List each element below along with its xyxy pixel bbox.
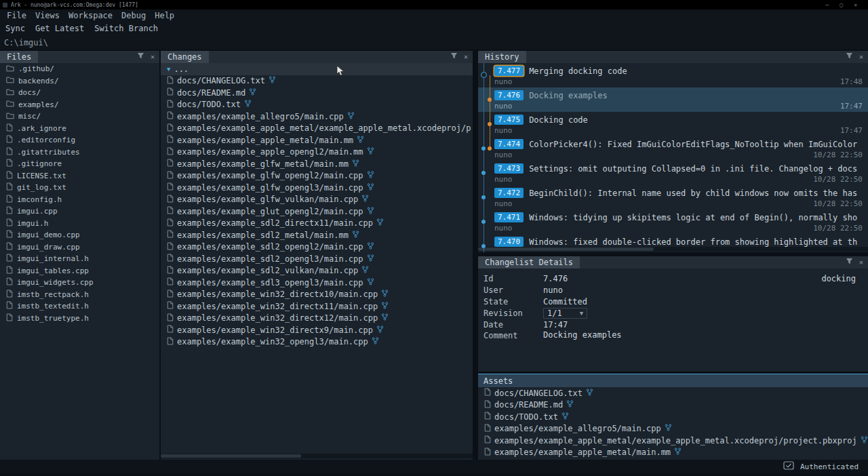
- changed-file-row[interactable]: examples/example_win32_opengl3/main.cpp: [161, 336, 473, 349]
- asset-row[interactable]: docs/README.md: [478, 399, 868, 412]
- detail-row-revision: Revision 1/1 ▼: [478, 307, 868, 319]
- toolbar-button[interactable]: Get Latest: [35, 24, 84, 33]
- tree-folder-row[interactable]: misc/: [0, 111, 159, 123]
- changed-file-row[interactable]: examples/example_sdl2_vulkan/main.cpp: [161, 265, 473, 277]
- changed-file-row[interactable]: examples/example_win32_directx12/main.cp…: [161, 313, 473, 325]
- menu-item[interactable]: Help: [155, 11, 174, 20]
- changed-file-row[interactable]: examples/example_apple_metal/main.mm: [161, 134, 473, 146]
- changed-file-row[interactable]: examples/example_allegro5/main.cpp: [161, 111, 473, 123]
- changed-file-row[interactable]: docs/CHANGELOG.txt: [161, 75, 473, 87]
- tree-file-row[interactable]: imconfig.h: [0, 194, 159, 206]
- changed-file-row[interactable]: examples/example_sdl2_opengl3/main.cpp: [161, 253, 473, 265]
- maximize-button[interactable]: ▢: [840, 2, 843, 8]
- changes-panel-title[interactable]: Changes: [161, 51, 209, 63]
- changed-file-row[interactable]: examples/example_glfw_vulkan/main.cpp: [161, 194, 473, 206]
- status-bar: Authenticated: [0, 460, 868, 473]
- file-icon: [167, 313, 174, 323]
- close-icon[interactable]: ✕: [464, 54, 468, 60]
- changed-file-row[interactable]: examples/example_sdl3_opengl3/main.cpp: [161, 277, 473, 289]
- tree-folder-row[interactable]: docs/: [0, 87, 159, 99]
- tree-file-row[interactable]: imgui_tables.cpp: [0, 265, 159, 277]
- history-commit-row[interactable]: 7.477 Merging docking code nuno 17:48: [478, 63, 868, 87]
- menu-item[interactable]: Views: [35, 11, 60, 20]
- toolbar-button[interactable]: Sync: [5, 24, 25, 33]
- details-panel-title[interactable]: Changelist Details: [478, 256, 580, 269]
- changed-file-row[interactable]: examples/example_glfw_metal/main.mm: [161, 158, 473, 170]
- changes-root-row[interactable]: ▼ ...: [161, 63, 473, 75]
- toolbar-button[interactable]: Switch Branch: [94, 24, 158, 33]
- menu-item[interactable]: Debug: [121, 11, 146, 20]
- close-button[interactable]: ✕: [854, 2, 857, 8]
- history-commit-row[interactable]: 7.471 Windows: tidying up skipitems logi…: [478, 210, 868, 234]
- scrollbar-thumb[interactable]: [478, 247, 654, 251]
- horizontal-scrollbar[interactable]: [161, 454, 473, 458]
- changed-file-row[interactable]: examples/example_sdl2_opengl2/main.cpp: [161, 241, 473, 254]
- close-icon[interactable]: ✕: [859, 259, 863, 266]
- horizontal-scrollbar[interactable]: [478, 247, 868, 252]
- minimize-button[interactable]: –: [826, 2, 829, 8]
- tree-folder-row[interactable]: backends/: [0, 75, 159, 87]
- branch-icon: [561, 412, 569, 422]
- asset-row[interactable]: examples/example_apple_metal/main.mm: [478, 447, 868, 459]
- commit-author: nuno: [494, 126, 513, 135]
- asset-row[interactable]: examples/example_allegro5/main.cpp: [478, 423, 868, 435]
- tree-folder-row[interactable]: examples/: [0, 99, 159, 111]
- tree-folder-row[interactable]: .github/: [0, 63, 159, 75]
- file-icon: [167, 254, 174, 264]
- expander-icon[interactable]: ▼: [167, 66, 170, 73]
- tree-file-row[interactable]: .ark_ignore: [0, 123, 159, 135]
- history-commit-row[interactable]: 7.474 ColorPicker4(): Fixed ImGuiColorEd…: [478, 136, 868, 161]
- asset-row[interactable]: docs/CHANGELOG.txt: [478, 387, 868, 399]
- changed-file-row[interactable]: docs/TODO.txt: [161, 99, 473, 111]
- close-icon[interactable]: ✕: [859, 54, 863, 60]
- branch-icon: [665, 424, 672, 433]
- date-value: 17:47: [543, 320, 568, 330]
- tree-file-row[interactable]: imstb_textedit.h: [0, 300, 159, 313]
- menu-item[interactable]: File: [7, 11, 26, 20]
- tree-file-row[interactable]: LICENSE.txt: [0, 170, 159, 182]
- asset-row[interactable]: examples/example_apple_metal/example_app…: [478, 435, 868, 447]
- history-commit-row[interactable]: 7.473 Settings: omit outputing Collapsed…: [478, 161, 868, 185]
- scrollbar-thumb[interactable]: [161, 454, 301, 458]
- changed-file-row[interactable]: examples/example_glut_opengl2/main.cpp: [161, 205, 473, 218]
- tree-file-row[interactable]: imstb_rectpack.h: [0, 289, 159, 301]
- tree-file-row[interactable]: git_log.txt: [0, 182, 159, 194]
- tree-file-row[interactable]: imgui_draw.cpp: [0, 241, 159, 254]
- menu-item[interactable]: Workspace: [68, 11, 113, 20]
- tree-file-row[interactable]: imstb_truetype.h: [0, 313, 159, 325]
- file-name: .gitattributes: [17, 148, 80, 157]
- close-icon[interactable]: ✕: [151, 54, 155, 60]
- changed-file-row[interactable]: examples/example_win32_directx11/main.cp…: [161, 300, 473, 313]
- history-commit-row[interactable]: 7.476 Docking examples nuno 17:47: [478, 87, 868, 112]
- tree-file-row[interactable]: imgui_widgets.cpp: [0, 277, 159, 289]
- filter-icon[interactable]: [846, 258, 853, 267]
- tree-file-row[interactable]: .gitignore: [0, 158, 159, 170]
- changed-file-row[interactable]: examples/example_apple_metal/example_app…: [161, 123, 473, 135]
- tree-file-row[interactable]: .editorconfig: [0, 134, 159, 146]
- filter-icon[interactable]: [450, 52, 458, 62]
- tree-file-row[interactable]: imgui_demo.cpp: [0, 229, 159, 241]
- assets-header[interactable]: Assets: [478, 374, 868, 387]
- changed-file-row[interactable]: examples/example_apple_opengl2/main.mm: [161, 146, 473, 159]
- asset-row[interactable]: docs/TODO.txt: [478, 411, 868, 423]
- changed-file-row[interactable]: docs/README.md: [161, 87, 473, 99]
- changed-file-row[interactable]: examples/example_glfw_opengl3/main.cpp: [161, 182, 473, 194]
- history-panel-title[interactable]: History: [478, 51, 526, 63]
- branch-name: docking: [821, 274, 856, 283]
- changed-file-row[interactable]: examples/example_sdl2_metal/main.mm: [161, 229, 473, 241]
- tree-file-row[interactable]: imgui.h: [0, 218, 159, 230]
- files-panel-title[interactable]: Files: [0, 51, 38, 63]
- changed-file-row[interactable]: examples/example_win32_directx9/main.cpp: [161, 324, 473, 336]
- changed-file-name: examples/example_win32_directx12/main.cp…: [177, 313, 378, 323]
- changed-file-row[interactable]: examples/example_glfw_opengl2/main.cpp: [161, 170, 473, 182]
- filter-icon[interactable]: [846, 52, 853, 62]
- changed-file-row[interactable]: examples/example_sdl2_directx11/main.cpp: [161, 218, 473, 230]
- revision-dropdown[interactable]: 1/1 ▼: [543, 308, 587, 319]
- changed-file-row[interactable]: examples/example_win32_directx10/main.cp…: [161, 289, 473, 301]
- tree-file-row[interactable]: .gitattributes: [0, 146, 159, 159]
- filter-icon[interactable]: [137, 52, 144, 62]
- tree-file-row[interactable]: imgui.cpp: [0, 205, 159, 218]
- history-commit-row[interactable]: 7.475 Docking code nuno 17:47: [478, 112, 868, 136]
- tree-file-row[interactable]: imgui_internal.h: [0, 253, 159, 265]
- history-commit-row[interactable]: 7.472 BeginChild(): Internal name used b…: [478, 185, 868, 210]
